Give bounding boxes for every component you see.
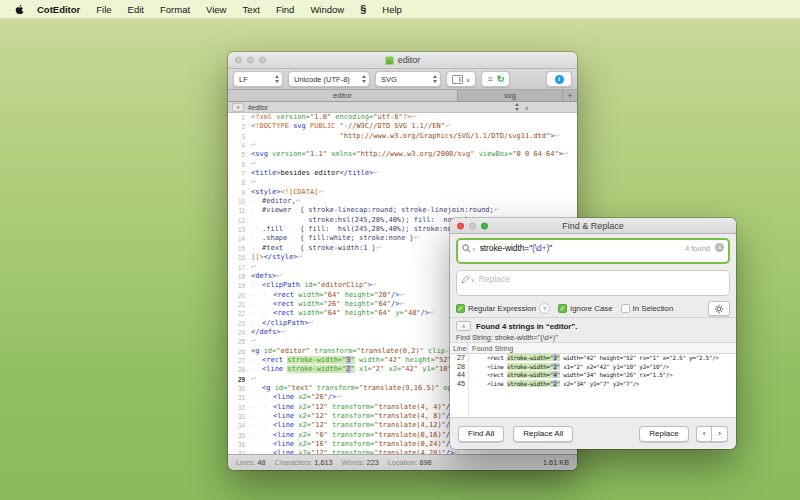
syntax-popup[interactable]: SVG: [375, 71, 441, 87]
line-number: 22: [228, 309, 249, 318]
line-number: 6: [228, 160, 249, 169]
inspector-button[interactable]: i: [546, 71, 572, 87]
line-number: 26: [228, 347, 249, 356]
menu-item-view[interactable]: View: [198, 4, 234, 15]
status-item: Characters:1,613: [275, 458, 333, 467]
code-line: 5<svg version="1.1" xmlns="http://www.w3…: [228, 150, 577, 159]
refresh-icon: ↻: [497, 74, 505, 84]
menu-item-format[interactable]: Format: [152, 4, 198, 15]
line-number: 33: [228, 412, 249, 421]
search-icon[interactable]: ∨: [462, 244, 476, 253]
tab-style-button[interactable]: ∨: [446, 71, 476, 87]
line-number: 35: [228, 431, 249, 440]
clear-icon[interactable]: ×: [715, 243, 724, 252]
result-row[interactable]: 44<rect stroke-width="4" width="34" heig…: [450, 371, 736, 380]
popup-stepper-icon: [433, 75, 437, 83]
replace-all-button[interactable]: Replace All: [513, 426, 573, 442]
line-number: 27: [228, 356, 249, 365]
menu-item-edit[interactable]: Edit: [120, 4, 152, 15]
menu-item-coteditor[interactable]: CotEditor: [29, 4, 88, 15]
line-content: --<line x2="12" transform="translate(4, …: [249, 403, 460, 412]
editor-titlebar[interactable]: editor: [228, 52, 577, 69]
column-found-string[interactable]: Found String: [468, 344, 513, 353]
outline-disclosure-button[interactable]: ∧: [232, 103, 244, 112]
result-summary: Found 4 strings in “editor”.: [476, 322, 577, 331]
code-line: 8↵: [228, 178, 577, 187]
line-number: 11: [228, 206, 249, 215]
close-button[interactable]: [235, 57, 242, 64]
line-ending-popup[interactable]: LF: [233, 71, 283, 87]
menu-item-find[interactable]: Find: [268, 4, 302, 15]
pencil-icon[interactable]: ∨: [461, 275, 475, 284]
close-button[interactable]: [457, 222, 464, 229]
replace-button[interactable]: Replace: [639, 426, 688, 442]
checkbox-icon[interactable]: ✓: [456, 304, 465, 313]
find-titlebar[interactable]: Find & Replace: [450, 218, 736, 234]
menu-item-window[interactable]: Window: [302, 4, 352, 15]
encoding-popup[interactable]: Unicode (UTF-8): [288, 71, 370, 87]
chevron-down-icon[interactable]: ∨: [525, 104, 529, 111]
regex-help-button[interactable]: ?: [539, 303, 550, 314]
find-query-text: stroke-width="(\d+)": [480, 243, 553, 253]
line-content: </defs>↵: [249, 328, 286, 337]
tab-editor[interactable]: editor: [228, 90, 458, 101]
result-list[interactable]: 27<rect stroke-width="3" width="42" heig…: [450, 354, 736, 417]
find-next-button[interactable]: ›: [711, 426, 728, 442]
line-number: 34: [228, 421, 249, 430]
traffic-lights: [235, 57, 266, 64]
option-ignore-case[interactable]: ✓Ignore Case: [558, 304, 612, 313]
find-all-button[interactable]: Find All: [458, 426, 504, 442]
status-item: Location:898: [388, 458, 432, 467]
tab-bar: editor svg +: [228, 90, 577, 102]
result-find-string: Find String: stroke-width="(\d+)": [456, 333, 730, 342]
find-previous-button[interactable]: ‹: [696, 426, 712, 442]
editor-toolbar: LF Unicode (UTF-8) SVG ∨ ≡ ↻ i: [228, 69, 577, 90]
line-number: 21: [228, 300, 249, 309]
line-number: 16: [228, 253, 249, 262]
info-icon: i: [555, 75, 564, 84]
result-row[interactable]: 28<line stroke-width="2" x1="2" x2="42" …: [450, 363, 736, 372]
status-bar: Lines:48Characters:1,613Words:223Locatio…: [228, 454, 577, 470]
line-content: ↵: [249, 178, 257, 187]
code-line: 10-#editor,↵: [228, 197, 577, 206]
column-line[interactable]: Line: [450, 343, 468, 353]
checkbox-icon[interactable]: ✓: [558, 304, 567, 313]
code-line: 2<!DOCTYPE svg PUBLIC "-//W3C//DTD SVG 1…: [228, 122, 577, 131]
find-replace-window: Find & Replace ∨ stroke-width="(\d+)" 4 …: [450, 218, 736, 449]
sync-scroll-button[interactable]: ≡ ↻: [481, 71, 510, 87]
file-size: 1.61 KB: [543, 458, 569, 467]
line-content: -<clipPath id="editorClip">↵: [249, 281, 377, 290]
result-disclosure-button[interactable]: ∧: [456, 321, 471, 331]
apple-menu-icon[interactable]: [14, 3, 25, 16]
line-number: 12: [228, 216, 249, 225]
line-number: 14: [228, 234, 249, 243]
result-row[interactable]: 27<rect stroke-width="3" width="42" heig…: [450, 354, 736, 363]
advanced-options-button[interactable]: [708, 301, 730, 316]
menu-bar: CotEditor FileEditFormatViewTextFindWind…: [0, 0, 800, 19]
result-table-header: Line Found String: [450, 342, 736, 354]
window-title-text: Find & Replace: [562, 221, 624, 231]
script-menu-icon[interactable]: §: [352, 3, 374, 15]
new-tab-button[interactable]: +: [563, 90, 577, 101]
zoom-button[interactable]: [481, 222, 488, 229]
menu-item-file[interactable]: File: [88, 4, 119, 15]
option-regular-expression[interactable]: ✓Regular Expression?: [456, 303, 550, 314]
checkbox-icon[interactable]: [621, 304, 630, 313]
line-content: -#editor,↵: [249, 197, 302, 206]
minimize-button[interactable]: [247, 57, 254, 64]
line-content: -.shape { fill:white; stroke:none }↵: [249, 234, 420, 243]
find-input[interactable]: ∨ stroke-width="(\d+)" 4 found ×: [456, 238, 730, 264]
document-icon: [385, 56, 394, 65]
status-item: Words:223: [342, 458, 379, 467]
result-row[interactable]: 45<line stroke-width="2" x2="34" y1="7" …: [450, 380, 736, 389]
menu-item-text[interactable]: Text: [234, 4, 267, 15]
code-line: 6↵: [228, 160, 577, 169]
chevron-down-icon: ∨: [472, 246, 476, 252]
outline-stepper-icon[interactable]: [515, 103, 519, 111]
tab-svg[interactable]: svg: [458, 90, 563, 101]
replace-input[interactable]: ∨ Replace: [456, 270, 730, 296]
outline-item-label[interactable]: #editor: [248, 104, 268, 111]
zoom-button[interactable]: [259, 57, 266, 64]
option-in-selection[interactable]: In Selection: [621, 304, 674, 313]
menu-item-help[interactable]: Help: [374, 4, 410, 15]
